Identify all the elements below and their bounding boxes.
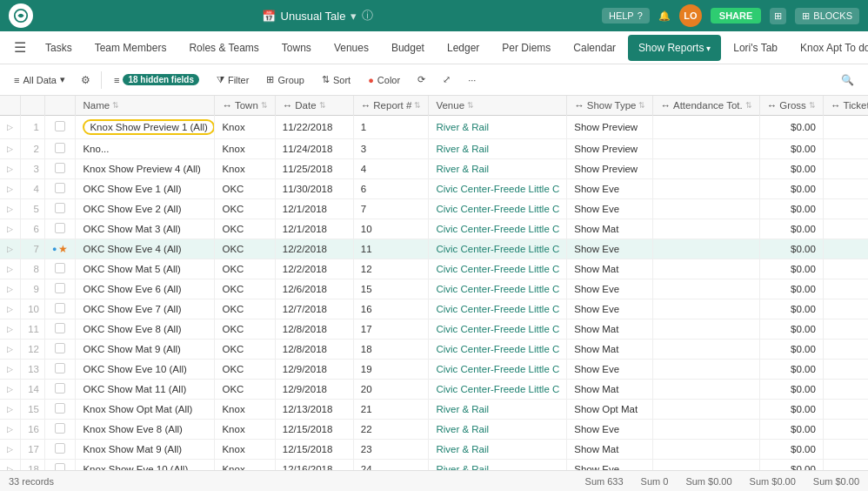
title-dropdown-icon[interactable]: ▾: [351, 10, 357, 23]
cell-venue[interactable]: Civic Center-Freede Little C: [429, 380, 567, 400]
cell-name[interactable]: OKC Show Eve 8 (All): [76, 319, 215, 340]
row-checkbox[interactable]: [45, 116, 76, 139]
row-checkbox[interactable]: [45, 219, 76, 239]
table-row[interactable]: ▷16Knox Show Eve 8 (All)Knox12/15/201822…: [0, 420, 868, 440]
table-row[interactable]: ▷3Knox Show Preview 4 (All)Knox11/25/201…: [0, 159, 868, 179]
row-checkbox[interactable]: [45, 440, 76, 460]
cell-venue[interactable]: River & Rail: [429, 159, 567, 179]
row-expander[interactable]: ▷: [0, 199, 21, 219]
cell-name[interactable]: OKC Show Mat 5 (All): [76, 259, 215, 279]
row-expander[interactable]: ▷: [0, 279, 21, 299]
row-checkbox[interactable]: [45, 139, 76, 159]
col-ticketing[interactable]: ↔Ticketing Fees⇅: [823, 96, 868, 116]
cell-name[interactable]: OKC Show Eve 4 (All): [76, 239, 215, 259]
row-checkbox[interactable]: [45, 340, 76, 360]
cell-venue[interactable]: Civic Center-Freede Little C: [429, 279, 567, 299]
table-row[interactable]: ▷5OKC Show Eve 2 (All)OKC12/1/20187Civic…: [0, 199, 868, 219]
row-checkbox[interactable]: [45, 199, 76, 219]
table-row[interactable]: ▷10OKC Show Eve 7 (All)OKC12/7/201816Civ…: [0, 299, 868, 319]
row-checkbox[interactable]: [45, 159, 76, 179]
col-name[interactable]: Name⇅: [76, 96, 215, 116]
col-report[interactable]: ↔Report #⇅: [353, 96, 429, 116]
col-date[interactable]: ↔Date⇅: [275, 96, 353, 116]
notification-icon[interactable]: 🔔: [658, 10, 671, 22]
cell-venue[interactable]: River & Rail: [429, 460, 567, 471]
table-row[interactable]: ▷15Knox Show Opt Mat (All)Knox12/13/2018…: [0, 400, 868, 420]
nav-knox-apt[interactable]: Knox Apt To do: [790, 35, 868, 61]
col-show-type[interactable]: ↔Show Type⇅: [567, 96, 653, 116]
row-checkbox[interactable]: [45, 380, 76, 400]
cell-venue[interactable]: River & Rail: [429, 139, 567, 159]
nav-venues[interactable]: Venues: [324, 35, 379, 61]
search-button[interactable]: 🔍: [834, 71, 861, 90]
row-expander[interactable]: ▷: [0, 360, 21, 380]
refresh-button[interactable]: ⟳: [411, 71, 432, 89]
row-checkbox[interactable]: [45, 420, 76, 440]
col-gross[interactable]: ↔Gross⇅: [759, 96, 823, 116]
table-row[interactable]: ▷2Kno...Knox11/24/20183River & RailShow …: [0, 139, 868, 159]
table-row[interactable]: ▷12OKC Show Mat 9 (All)OKC12/8/201818Civ…: [0, 340, 868, 360]
table-row[interactable]: ▷14OKC Show Mat 11 (All)OKC12/9/201820Ci…: [0, 380, 868, 400]
nav-team-members[interactable]: Team Members: [84, 35, 177, 61]
col-town[interactable]: ↔Town⇅: [215, 96, 275, 116]
share-expand-icon[interactable]: ⊞: [770, 8, 786, 24]
table-row[interactable]: ▷11OKC Show Eve 8 (All)OKC12/8/201817Civ…: [0, 319, 868, 340]
nav-budget[interactable]: Budget: [381, 35, 435, 61]
nav-towns[interactable]: Towns: [271, 35, 322, 61]
row-expander[interactable]: ▷: [0, 460, 21, 471]
cell-name[interactable]: OKC Show Eve 10 (All): [76, 360, 215, 380]
cell-name[interactable]: Knox Show Preview 4 (All): [76, 159, 215, 179]
row-expander[interactable]: ▷: [0, 340, 21, 360]
table-row[interactable]: ▷9OKC Show Eve 6 (All)OKC12/6/201815Civi…: [0, 279, 868, 299]
share-button[interactable]: SHARE: [711, 8, 762, 24]
nav-per-diems[interactable]: Per Diems: [491, 35, 561, 61]
sort-button[interactable]: ⇅ Sort: [315, 71, 357, 89]
row-expander[interactable]: ▷: [0, 400, 21, 420]
table-row[interactable]: ▷18Knox Show Eve 10 (All)Knox12/16/20182…: [0, 460, 868, 471]
cell-venue[interactable]: River & Rail: [429, 116, 567, 139]
row-expander[interactable]: ▷: [0, 219, 21, 239]
table-row[interactable]: ▷1Knox Show Preview 1 (All)Knox11/22/201…: [0, 116, 868, 139]
cell-name[interactable]: Knox Show Eve 8 (All): [76, 420, 215, 440]
cell-name[interactable]: Knox Show Eve 10 (All): [76, 460, 215, 471]
cell-name[interactable]: OKC Show Eve 6 (All): [76, 279, 215, 299]
blocks-button[interactable]: ⊞ BLOCKS: [795, 8, 859, 24]
cell-name[interactable]: OKC Show Mat 3 (All): [76, 219, 215, 239]
row-checkbox[interactable]: [45, 279, 76, 299]
cell-venue[interactable]: River & Rail: [429, 440, 567, 460]
row-checkbox[interactable]: [45, 460, 76, 471]
cell-name[interactable]: OKC Show Mat 11 (All): [76, 380, 215, 400]
user-avatar[interactable]: LO: [679, 4, 702, 27]
expand-button[interactable]: ⤢: [436, 71, 457, 89]
cell-name[interactable]: Kno...: [76, 139, 215, 159]
view-toggle[interactable]: ≡ All Data ▾: [7, 71, 72, 89]
nav-show-reports[interactable]: Show Reports: [628, 35, 721, 61]
row-expander[interactable]: ▷: [0, 139, 21, 159]
cell-name[interactable]: OKC Show Mat 9 (All): [76, 340, 215, 360]
row-expander[interactable]: ▷: [0, 319, 21, 340]
row-expander[interactable]: ▷: [0, 239, 21, 259]
cell-venue[interactable]: Civic Center-Freede Little C: [429, 179, 567, 199]
row-checkbox[interactable]: [45, 259, 76, 279]
cell-venue[interactable]: Civic Center-Freede Little C: [429, 239, 567, 259]
row-checkbox[interactable]: [45, 360, 76, 380]
title-info-icon[interactable]: ⓘ: [362, 8, 373, 24]
row-expander[interactable]: ▷: [0, 440, 21, 460]
nav-loris-tab[interactable]: Lori's Tab: [723, 35, 788, 61]
color-button[interactable]: ● Color: [361, 71, 407, 89]
help-button[interactable]: HELP ?: [602, 8, 650, 24]
hamburger-menu[interactable]: ☰: [7, 36, 33, 59]
hidden-fields-button[interactable]: ≡ 18 hidden fields: [107, 71, 206, 89]
table-row[interactable]: ▷17Knox Show Mat 9 (All)Knox12/15/201823…: [0, 440, 868, 460]
filter-button[interactable]: ⧩ Filter: [210, 71, 256, 89]
cell-venue[interactable]: Civic Center-Freede Little C: [429, 259, 567, 279]
cell-venue[interactable]: River & Rail: [429, 400, 567, 420]
col-attendance[interactable]: ↔Attendance Tot.⇅: [653, 96, 759, 116]
table-row[interactable]: ▷6OKC Show Mat 3 (All)OKC12/1/201810Civi…: [0, 219, 868, 239]
cell-venue[interactable]: Civic Center-Freede Little C: [429, 319, 567, 340]
nav-ledger[interactable]: Ledger: [437, 35, 490, 61]
nav-roles-teams[interactable]: Roles & Teams: [178, 35, 269, 61]
cell-name[interactable]: OKC Show Eve 1 (All): [76, 179, 215, 199]
row-expander[interactable]: ▷: [0, 179, 21, 199]
table-row[interactable]: ▷7●★OKC Show Eve 4 (All)OKC12/2/201811Ci…: [0, 239, 868, 259]
